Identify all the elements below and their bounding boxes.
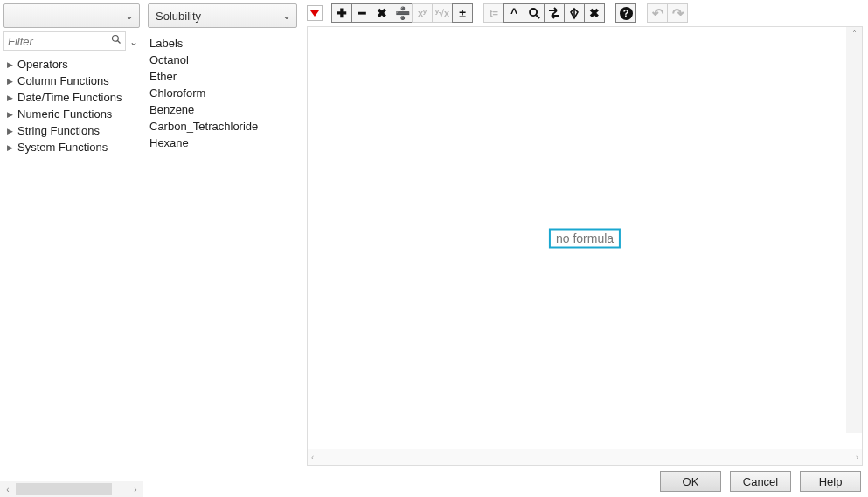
disclosure-triangle-icon: ▶ xyxy=(5,143,14,152)
toolbar-help-button[interactable]: ? xyxy=(615,3,636,23)
peel-icon xyxy=(568,7,580,20)
search-icon xyxy=(111,34,122,47)
toolbar-group: ✚━✖➗xʸʸ√x± xyxy=(331,3,473,23)
scroll-left-icon[interactable]: ‹ xyxy=(311,452,314,462)
magnify-icon xyxy=(528,7,541,20)
left-category-dropdown[interactable] xyxy=(3,3,140,28)
disclosure-triangle-icon: ▶ xyxy=(5,93,14,102)
red-triangle-icon xyxy=(310,10,319,17)
column-list-item[interactable]: Hexane xyxy=(149,135,301,151)
scroll-right-icon[interactable]: › xyxy=(129,483,142,495)
divide-icon: ➗ xyxy=(395,6,410,20)
left-horizontal-scrollbar[interactable]: ‹ › xyxy=(0,481,143,497)
formula-placeholder: no formula xyxy=(549,228,621,248)
toolbar-local-button: t= xyxy=(483,3,504,23)
negate-icon: ± xyxy=(459,6,466,20)
scroll-track[interactable] xyxy=(16,483,128,495)
tree-item[interactable]: ▶Date/Time Functions xyxy=(5,89,143,106)
filter-input-wrap[interactable] xyxy=(3,31,126,51)
columns-panel: Solubility LabelsOctanolEtherChloroformB… xyxy=(144,0,302,497)
multiply-icon: ✖ xyxy=(377,6,387,20)
root-icon: ʸ√x xyxy=(435,8,449,19)
toolbar-add-button[interactable]: ✚ xyxy=(331,3,352,23)
column-list-item[interactable]: Octanol xyxy=(149,52,301,68)
scroll-left-icon[interactable]: ‹ xyxy=(2,483,14,495)
tree-item-label: String Functions xyxy=(17,124,100,137)
tree-item-label: Date/Time Functions xyxy=(17,91,122,104)
toolbar-group: ? xyxy=(615,3,636,23)
toolbar-power-button: xʸ xyxy=(412,3,433,23)
toolbar-undo-button: ↶ xyxy=(647,3,668,23)
disclosure-triangle-icon: ▶ xyxy=(5,110,14,119)
toolbar-peel-button[interactable] xyxy=(564,3,585,23)
local-icon: t= xyxy=(490,8,498,18)
scroll-thumb[interactable] xyxy=(16,483,112,495)
redo-icon: ↷ xyxy=(672,5,684,22)
tree-item[interactable]: ▶Operators xyxy=(5,56,143,72)
tree-item-label: Column Functions xyxy=(17,74,109,87)
column-list-item[interactable]: Labels xyxy=(149,35,301,52)
disclosure-triangle-icon: ▶ xyxy=(5,77,14,86)
power-icon: xʸ xyxy=(418,8,427,19)
tree-item-label: System Functions xyxy=(17,141,108,154)
editor-vertical-scrollbar[interactable]: ˄ xyxy=(846,27,862,433)
disclosure-triangle-icon: ▶ xyxy=(5,60,14,69)
subtract-icon: ━ xyxy=(358,6,365,20)
formula-toolbar: ✚━✖➗xʸʸ√x±t=^✖?↶↷ xyxy=(331,3,688,23)
delete-icon: ✖ xyxy=(589,6,600,20)
toolbar-caret-button[interactable]: ^ xyxy=(503,3,524,23)
toolbar-negate-button[interactable]: ± xyxy=(452,3,473,23)
formula-panel: ✚━✖➗xʸʸ√x±t=^✖?↶↷ no formula ˄ ‹ › OK Ca… xyxy=(302,0,868,497)
dialog-buttons: OK Cancel Help xyxy=(302,466,868,497)
column-list[interactable]: LabelsOctanolEtherChloroformBenzeneCarbo… xyxy=(144,31,301,497)
filter-input[interactable] xyxy=(4,32,125,50)
scroll-up-icon[interactable]: ˄ xyxy=(846,27,862,39)
editor-horizontal-scrollbar[interactable]: ‹ › xyxy=(308,449,862,465)
column-list-item[interactable]: Ether xyxy=(149,68,301,85)
tree-item[interactable]: ▶Numeric Functions xyxy=(5,106,143,122)
scroll-right-icon[interactable]: › xyxy=(856,452,858,462)
formula-editor[interactable]: no formula ˄ ‹ › xyxy=(307,26,863,466)
svg-line-1 xyxy=(118,41,121,44)
toolbar-delete-button[interactable]: ✖ xyxy=(584,3,605,23)
toolbar-magnify-button[interactable] xyxy=(524,3,545,23)
undo-icon: ↶ xyxy=(652,5,663,22)
toolbar-redo-button: ↷ xyxy=(667,3,688,23)
toolbar-subtract-button[interactable]: ━ xyxy=(351,3,372,23)
options-menu[interactable] xyxy=(307,5,323,21)
svg-line-3 xyxy=(536,15,539,18)
toolbar-root-button: ʸ√x xyxy=(432,3,453,23)
formula-canvas[interactable]: no formula ˄ xyxy=(308,27,862,449)
chevron-down-icon xyxy=(282,10,291,22)
function-category-tree[interactable]: ▶Operators▶Column Functions▶Date/Time Fu… xyxy=(0,52,143,481)
filter-options-dropdown[interactable] xyxy=(128,31,140,51)
cancel-button[interactable]: Cancel xyxy=(730,471,791,492)
chevron-down-icon xyxy=(129,35,138,48)
svg-point-2 xyxy=(530,9,537,16)
chevron-down-icon xyxy=(125,10,134,22)
column-list-item[interactable]: Carbon_Tetrachloride xyxy=(149,118,301,135)
toolbar-group: ↶↷ xyxy=(647,3,688,23)
toolbar-swap-button[interactable] xyxy=(544,3,565,23)
ok-button[interactable]: OK xyxy=(660,471,721,492)
tree-item[interactable]: ▶Column Functions xyxy=(5,72,143,89)
tree-item[interactable]: ▶System Functions xyxy=(5,139,143,155)
column-list-item[interactable]: Benzene xyxy=(149,101,301,118)
swap-icon xyxy=(547,7,561,19)
tree-item-label: Numeric Functions xyxy=(17,107,112,121)
tree-item-label: Operators xyxy=(17,58,68,71)
disclosure-triangle-icon: ▶ xyxy=(5,127,14,135)
add-icon: ✚ xyxy=(337,6,347,20)
tree-item[interactable]: ▶String Functions xyxy=(5,122,143,139)
caret-icon: ^ xyxy=(510,6,517,20)
toolbar-divide-button[interactable]: ➗ xyxy=(392,3,413,23)
column-list-item[interactable]: Chloroform xyxy=(149,85,301,101)
table-dropdown[interactable]: Solubility xyxy=(148,3,297,28)
functions-panel: ▶Operators▶Column Functions▶Date/Time Fu… xyxy=(0,0,144,497)
help-icon: ? xyxy=(620,7,633,20)
svg-point-0 xyxy=(113,36,119,42)
toolbar-multiply-button[interactable]: ✖ xyxy=(372,3,392,23)
toolbar-group: t=^✖ xyxy=(483,3,605,23)
help-button[interactable]: Help xyxy=(800,471,861,492)
table-dropdown-label: Solubility xyxy=(156,10,201,23)
